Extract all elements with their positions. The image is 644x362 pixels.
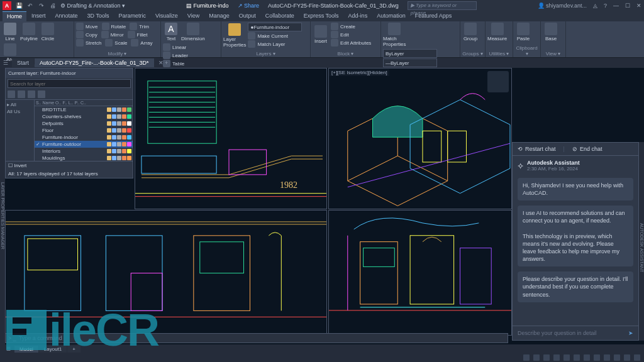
chat-input[interactable] <box>518 330 626 336</box>
status-cycling-icon[interactable] <box>604 354 610 361</box>
dimension-button[interactable]: Dimension <box>181 23 205 41</box>
tab-visualize[interactable]: Visualize <box>151 11 182 21</box>
status-transparency-icon[interactable] <box>594 354 600 361</box>
signin-user[interactable]: 👤 shiyamdev.ant... <box>538 3 587 9</box>
tab-manage[interactable]: Manage <box>204 11 234 21</box>
send-icon[interactable]: ➤ <box>628 330 633 336</box>
tab-insert[interactable]: Insert <box>27 11 50 21</box>
move-button[interactable]: Move <box>76 23 98 30</box>
match-layer-button[interactable]: Match Layer <box>248 40 302 48</box>
share-button[interactable]: ↗ Share <box>238 3 260 9</box>
status-grid-icon[interactable] <box>533 354 540 361</box>
tab-annotate[interactable]: Annotate <box>51 11 82 21</box>
layer-properties-button[interactable]: Layer Properties <box>223 23 246 48</box>
window-maximize-icon[interactable]: ☐ <box>625 3 630 9</box>
trim-button[interactable]: Trim <box>130 23 149 30</box>
rotate-button[interactable]: Rotate <box>102 23 126 30</box>
tab-collaborate[interactable]: Collaborate <box>261 11 299 21</box>
viewport-front-lower[interactable] <box>5 210 327 336</box>
viewport-side[interactable] <box>328 210 512 336</box>
command-line[interactable]: > _ Type a command <box>5 333 508 343</box>
mirror-button[interactable]: Mirror <box>101 31 124 38</box>
layer-delete-icon[interactable] <box>28 90 35 98</box>
tab-express[interactable]: Express Tools <box>299 11 343 21</box>
layer-search-input[interactable] <box>8 79 131 88</box>
create-block-button[interactable]: Create <box>331 23 371 30</box>
new-tab-button[interactable]: ✕ + <box>155 58 172 67</box>
help-search-input[interactable]: ▶ Type a keyword or phrase <box>408 1 477 10</box>
restart-chat-button[interactable]: ⟲ Restart chat <box>518 146 556 152</box>
base-button[interactable]: Base <box>543 23 559 41</box>
window-minimize-icon[interactable]: — <box>613 3 619 9</box>
polyline-button[interactable]: Polyline <box>20 23 38 41</box>
tab-home[interactable]: Home <box>3 11 26 21</box>
layer-new-icon[interactable] <box>8 90 15 98</box>
tab-output[interactable]: Output <box>235 11 260 21</box>
panel-modify-label[interactable]: Modify ▾ <box>76 50 158 57</box>
layer-row[interactable]: Interiors <box>35 148 133 155</box>
status-workspace-icon[interactable] <box>624 354 630 361</box>
tab-view[interactable]: View <box>183 11 204 21</box>
assistant-strip[interactable]: AUTODESK ASSISTANT <box>639 142 644 341</box>
status-ortho-icon[interactable] <box>553 354 560 361</box>
layer-row[interactable]: Defpoints <box>35 120 133 127</box>
panel-groups-label[interactable]: Groups ▾ <box>462 50 483 57</box>
filter-all-used[interactable]: All Us <box>7 108 33 115</box>
array-button[interactable]: Array <box>131 39 152 47</box>
filter-all[interactable]: ▸ All <box>7 101 33 108</box>
tab-layout1[interactable]: Layout1 <box>39 346 67 353</box>
viewport-front-upper[interactable]: 1982 <box>135 68 327 209</box>
panel-block-label[interactable]: Block ▾ <box>313 50 379 57</box>
layer-row[interactable]: BRDTITLE <box>35 106 133 113</box>
qat-redo-icon[interactable]: ↷ <box>38 2 45 9</box>
layer-dropdown[interactable]: ● Furniture-indoor <box>248 23 302 31</box>
tab-model[interactable]: Model <box>14 346 38 353</box>
panel-utilities-label[interactable]: Utilities ▾ <box>487 50 511 57</box>
linear-button[interactable]: Linear <box>163 43 188 51</box>
status-annotation-icon[interactable] <box>614 354 620 361</box>
line-button[interactable]: Line <box>2 23 18 41</box>
layer-row[interactable]: Counters-shelves <box>35 113 133 120</box>
tab-automation[interactable]: Automation <box>372 11 410 21</box>
layout-menu-icon[interactable]: ☰ <box>3 346 14 352</box>
tab-parametric[interactable]: Parametric <box>114 11 150 21</box>
edit-attributes-button[interactable]: Edit Attributes <box>331 39 371 47</box>
qat-save-icon[interactable]: 💾 <box>15 2 23 9</box>
status-polar-icon[interactable] <box>564 354 570 361</box>
fillet-button[interactable]: Fillet <box>128 31 148 38</box>
panel-layers-label[interactable]: Layers ▾ <box>223 50 308 57</box>
qat-print-icon[interactable]: 🖨 <box>49 2 57 9</box>
text-button[interactable]: AText <box>163 23 179 41</box>
layer-pill[interactable]: ▤ Furniture-indo <box>186 3 229 9</box>
status-lineweight-icon[interactable] <box>584 354 590 361</box>
qat-undo-icon[interactable]: ↶ <box>26 2 34 9</box>
insert-block-button[interactable]: Insert <box>313 25 329 44</box>
invert-filter-checkbox[interactable]: ☐ Invert <box>8 163 26 168</box>
status-osnap-icon[interactable] <box>574 354 580 361</box>
doctab-file[interactable]: AutoCAD-FY25_Fire-...-Book-Cafe_01_3D* <box>35 58 154 67</box>
layer-row[interactable]: Mouldings <box>35 155 133 161</box>
status-clean-icon[interactable] <box>634 354 640 361</box>
status-model-icon[interactable] <box>523 354 530 361</box>
paste-button[interactable]: Paste <box>515 23 531 41</box>
layer-state-icon[interactable] <box>38 90 45 98</box>
circle-button[interactable]: Circle <box>40 23 56 41</box>
autodesk-icon[interactable]: ◬ <box>593 3 597 9</box>
group-button[interactable]: Group <box>462 23 479 41</box>
panel-clipboard-label[interactable]: Clipboard ▾ <box>515 45 538 57</box>
tab-3d-tools[interactable]: 3D Tools <box>83 11 114 21</box>
app-icon[interactable]: A <box>3 1 11 10</box>
layer-freeze-icon[interactable] <box>18 90 25 98</box>
layer-manager-strip[interactable]: LAYER PROPERTIES MANAGER <box>0 68 5 344</box>
tab-addins[interactable]: Add-ins <box>344 11 372 21</box>
tab-featured[interactable]: Featured Apps <box>411 11 457 21</box>
doctab-start[interactable]: Start <box>12 58 34 67</box>
scale-button[interactable]: Scale <box>105 39 127 47</box>
window-close-icon[interactable]: ✕ <box>636 3 641 9</box>
status-snap-icon[interactable] <box>543 354 550 361</box>
help-icon[interactable]: ? <box>604 3 607 9</box>
end-chat-button[interactable]: ⊘ End chat <box>572 146 602 152</box>
layer-row[interactable]: Floor <box>35 127 133 134</box>
layer-row[interactable]: ✓Furniture-outdoor <box>35 141 133 148</box>
viewport-isometric[interactable]: [+][SE Isometric][Hidden] <box>328 68 512 209</box>
